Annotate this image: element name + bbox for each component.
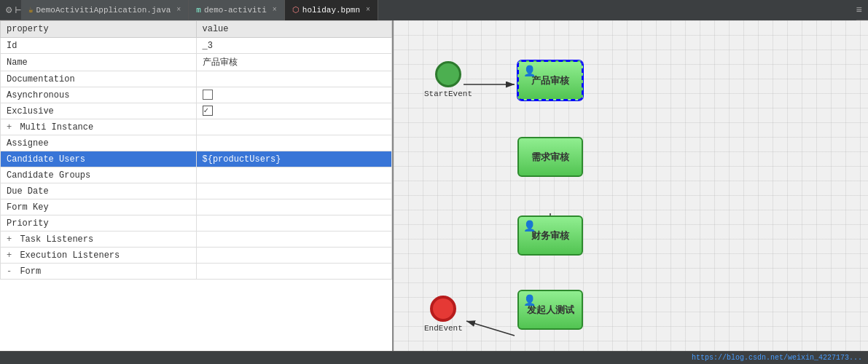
prop-label-task_listeners: + Task Listeners — [1, 232, 197, 248]
start-event-label: StartEvent — [424, 90, 472, 98]
prop-label-asynchronous: Asynchronous — [1, 87, 197, 103]
prop-label-candidate_groups: Candidate Groups — [1, 167, 197, 183]
task-container-2: 需求审核 — [517, 137, 583, 177]
toolbar-left: ⚙ ⊢ — [6, 4, 21, 16]
diagram-panel: StartEvent 👤 产品审核 需求审核 👤 财务审核 — [394, 20, 868, 351]
properties-panel: property value Id_3Name产品审核Documentation… — [0, 20, 394, 351]
prop-value-form — [196, 264, 392, 280]
task-label-2: 需求审核 — [531, 151, 569, 164]
toolbar-right: ≡ — [856, 4, 862, 16]
prop-label-execution_listeners: + Execution Listeners — [1, 248, 197, 264]
prop-row-task_listeners[interactable]: + Task Listeners — [1, 232, 392, 248]
prop-label-exclusive: Exclusive — [1, 103, 197, 119]
properties-table: property value Id_3Name产品审核Documentation… — [0, 20, 392, 280]
tab-close-java[interactable]: × — [176, 6, 181, 14]
expand-icon-execution_listeners[interactable]: + — [7, 250, 17, 261]
prop-value-execution_listeners — [196, 248, 392, 264]
main-content: property value Id_3Name产品审核Documentation… — [0, 20, 868, 351]
task-container-3: 👤 财务审核 — [517, 215, 583, 256]
prop-value-form_key — [196, 199, 392, 215]
prop-label-name: Name — [1, 54, 197, 71]
prop-label-documentation: Documentation — [1, 71, 197, 87]
prop-value-candidate_users: ${productUsers} — [196, 151, 392, 167]
task-box-1[interactable]: 👤 产品审核 — [517, 60, 583, 100]
prop-label-id: Id — [1, 38, 197, 54]
tab-bpmn[interactable]: ⬡holiday.bpmn× — [285, 0, 378, 20]
prop-row-asynchronous[interactable]: Asynchronous — [1, 87, 392, 103]
task-box-2[interactable]: 需求审核 — [517, 137, 583, 177]
tab-type-icon-java: ☕ — [28, 5, 34, 15]
expand-icon-task_listeners[interactable]: + — [7, 234, 17, 245]
task-box-4[interactable]: 👤 发起人测试 — [517, 290, 583, 330]
tab-type-icon-xml: m — [196, 6, 201, 15]
tab-label-java: DemoActivitiApplication.java — [36, 6, 171, 15]
split-icon[interactable]: ⊢ — [15, 4, 20, 16]
prop-row-candidate_groups[interactable]: Candidate Groups — [1, 167, 392, 183]
user-icon-3: 👤 — [523, 220, 536, 232]
prop-label-form_key: Form Key — [1, 199, 197, 215]
tab-type-icon-bpmn: ⬡ — [292, 5, 300, 15]
svg-line-5 — [466, 321, 515, 336]
checkbox-checked-exclusive[interactable] — [203, 106, 213, 116]
prop-value-exclusive[interactable] — [196, 103, 392, 119]
expand-icon-form[interactable]: - — [7, 266, 17, 277]
prop-value-due_date — [196, 183, 392, 199]
start-event-container: StartEvent — [424, 61, 472, 98]
user-icon-1: 👤 — [523, 65, 536, 77]
tab-label-xml: demo-activiti — [204, 6, 267, 15]
user-icon-4: 👤 — [523, 294, 536, 306]
prop-row-due_date[interactable]: Due Date — [1, 183, 392, 199]
prop-label-candidate_users: Candidate Users — [1, 151, 197, 167]
tab-close-bpmn[interactable]: × — [366, 6, 370, 14]
prop-row-exclusive[interactable]: Exclusive — [1, 103, 392, 119]
prop-label-priority: Priority — [1, 215, 197, 232]
status-bar: https://blog.csdn.net/weixin_4227173... — [0, 351, 868, 364]
prop-row-form[interactable]: - Form — [1, 264, 392, 280]
prop-row-candidate_users[interactable]: Candidate Users${productUsers} — [1, 151, 392, 167]
diagram-canvas[interactable]: StartEvent 👤 产品审核 需求审核 👤 财务审核 — [394, 20, 868, 351]
tab-xml[interactable]: mdemo-activiti× — [189, 0, 284, 20]
prop-label-form: - Form — [1, 264, 197, 280]
prop-value-multi_instance — [196, 119, 392, 135]
end-event-label: EndEvent — [424, 324, 463, 333]
status-url: https://blog.csdn.net/weixin_4227173... — [692, 354, 862, 362]
prop-value-assignee — [196, 135, 392, 151]
top-toolbar: ⚙ ⊢ ☕DemoActivitiApplication.java×mdemo-… — [0, 0, 868, 20]
prop-value-priority — [196, 215, 392, 232]
tab-label-bpmn: holiday.bpmn — [302, 6, 360, 15]
tab-close-xml[interactable]: × — [273, 6, 277, 14]
prop-row-form_key[interactable]: Form Key — [1, 199, 392, 215]
prop-value-name: 产品审核 — [196, 54, 392, 71]
prop-row-priority[interactable]: Priority — [1, 215, 392, 232]
tab-bar: ☕DemoActivitiApplication.java×mdemo-acti… — [21, 0, 856, 20]
col-property: property — [1, 21, 197, 38]
end-event-container: EndEvent — [424, 296, 463, 333]
task-container-1: 👤 产品审核 — [517, 60, 583, 100]
prop-value-documentation — [196, 71, 392, 87]
start-event[interactable] — [435, 61, 461, 87]
prop-row-execution_listeners[interactable]: + Execution Listeners — [1, 248, 392, 264]
task-label-3: 财务审核 — [531, 229, 569, 242]
prop-row-name[interactable]: Name产品审核 — [1, 54, 392, 71]
task-box-3[interactable]: 👤 财务审核 — [517, 215, 583, 256]
prop-label-due_date: Due Date — [1, 183, 197, 199]
task-container-4: 👤 发起人测试 — [517, 290, 583, 330]
prop-label-assignee: Assignee — [1, 135, 197, 151]
col-value: value — [196, 21, 392, 38]
settings-icon[interactable]: ⚙ — [6, 4, 12, 16]
checkbox-asynchronous[interactable] — [203, 90, 213, 100]
prop-value-asynchronous[interactable] — [196, 87, 392, 103]
prop-value-candidate_groups — [196, 167, 392, 183]
prop-label-multi_instance: + Multi Instance — [1, 119, 197, 135]
prop-row-id[interactable]: Id_3 — [1, 38, 392, 54]
menu-icon[interactable]: ≡ — [856, 4, 862, 16]
expand-icon-multi_instance[interactable]: + — [7, 122, 17, 132]
prop-value-id: _3 — [196, 38, 392, 54]
prop-row-documentation[interactable]: Documentation — [1, 71, 392, 87]
prop-value-task_listeners — [196, 232, 392, 248]
prop-row-multi_instance[interactable]: + Multi Instance — [1, 119, 392, 135]
prop-row-assignee[interactable]: Assignee — [1, 135, 392, 151]
tab-java[interactable]: ☕DemoActivitiApplication.java× — [21, 0, 189, 20]
task-label-1: 产品审核 — [531, 74, 569, 87]
end-event[interactable] — [430, 296, 456, 322]
